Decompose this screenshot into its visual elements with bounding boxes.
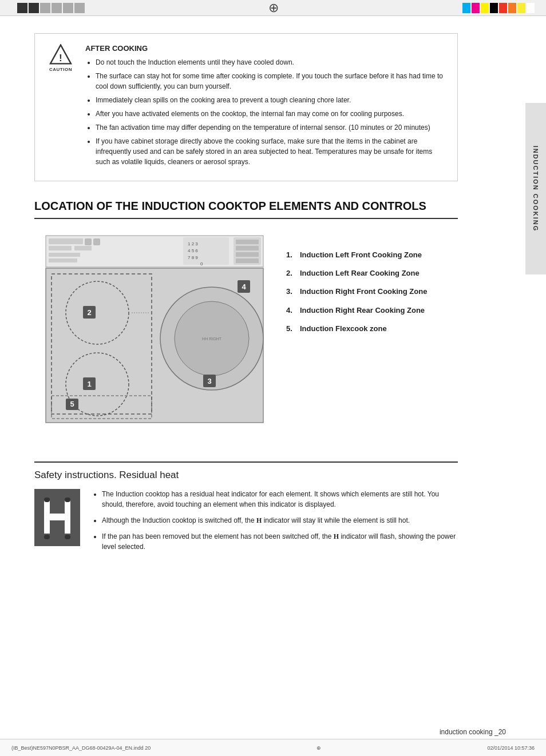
page-number: induction cooking _20 (440, 728, 506, 736)
svg-text:0: 0 (200, 261, 203, 266)
svg-text:3: 3 (207, 377, 211, 385)
svg-rect-18 (236, 252, 259, 257)
svg-rect-3 (49, 238, 83, 244)
svg-text:1: 1 (87, 380, 91, 388)
caution-item-3: Immediately clean spills on the cooking … (96, 95, 446, 105)
caution-box: ! CAUTION AFTER COOKING Do not touch the… (34, 33, 458, 181)
svg-text:HH RIGHT: HH RIGHT (202, 337, 222, 341)
block-1 (17, 3, 27, 13)
caution-item-4: After you have activated elements on the… (96, 109, 446, 119)
color-magenta (472, 3, 480, 13)
color-cyan (462, 3, 470, 13)
color-bright-yellow (517, 3, 525, 13)
zone-item-5: 5. Induction Flexcook zone (286, 324, 458, 334)
zone-item-3: 3. Induction Right Front Cooking Zone (286, 287, 458, 297)
sidebar-label: INDUCTION COOKING (532, 146, 539, 232)
safety-bullets: The Induction cooktop has a residual hea… (92, 489, 458, 558)
safety-title: Safety instructions. Residual heat (34, 469, 458, 481)
svg-rect-5 (74, 246, 92, 250)
diagram-section: 1 2 3 4 5 6 7 8 9 0 2 (34, 233, 458, 441)
caution-title: AFTER COOKING (85, 44, 446, 53)
block-5 (63, 3, 73, 13)
svg-rect-43 (44, 514, 70, 520)
top-bar-center: ⊕ (85, 1, 462, 15)
right-sidebar: INDUCTION COOKING (525, 103, 546, 274)
safety-item-1: The Induction cooktop has a residual hea… (102, 489, 458, 510)
diagram-container: 1 2 3 4 5 6 7 8 9 0 2 (34, 233, 275, 441)
h-indicator-icon (37, 492, 77, 543)
svg-text:1   2   3: 1 2 3 (188, 241, 198, 246)
top-bar-right-colors (462, 3, 535, 13)
zone-item-4: 4. Induction Right Rear Cooking Zone (286, 305, 458, 316)
color-red (499, 3, 507, 13)
svg-rect-44 (44, 498, 50, 502)
svg-rect-4 (49, 246, 72, 250)
block-2 (29, 3, 39, 13)
safety-section: Safety instructions. Residual heat (34, 461, 458, 558)
section-heading: LOCATION OF THE INDUCTION COOKTOP ELEMEN… (34, 198, 458, 219)
caution-list: Do not touch the Induction elements unti… (96, 57, 446, 167)
svg-rect-17 (236, 246, 259, 250)
caution-item-2: The surface can stay hot for some time a… (96, 71, 446, 91)
svg-text:2: 2 (87, 308, 91, 317)
svg-text:7   8   9: 7 8 9 (188, 255, 198, 260)
zone-list: 1. Induction Left Front Cooking Zone 2. … (286, 233, 458, 342)
zone-item-2: 2. Induction Left Rear Cooking Zone (286, 268, 458, 278)
cooktop-diagram: 1 2 3 4 5 6 7 8 9 0 2 (34, 233, 275, 439)
caution-label: CAUTION (49, 67, 72, 72)
svg-text:5: 5 (70, 400, 74, 408)
h-inline-2: H (334, 532, 339, 540)
block-6 (74, 3, 85, 13)
caution-item-1: Do not touch the Induction elements unti… (96, 57, 446, 67)
safety-item-3: If the pan has been removed but the elem… (102, 531, 458, 552)
caution-item-5: The fan activation time may differ depen… (96, 122, 446, 133)
caution-triangle-icon: ! (49, 44, 72, 65)
footer-crosshair: ⊕ (316, 745, 321, 751)
svg-rect-9 (93, 238, 100, 245)
svg-rect-19 (236, 258, 259, 263)
page-number-area: induction cooking _20 (0, 728, 546, 736)
color-orange (508, 3, 516, 13)
block-4 (52, 3, 62, 13)
svg-text:4: 4 (242, 282, 246, 291)
svg-rect-47 (65, 535, 70, 539)
svg-text:!: ! (59, 52, 62, 63)
crosshair-icon: ⊕ (268, 1, 279, 15)
caution-icon-area: ! CAUTION (46, 44, 75, 170)
color-white (527, 3, 535, 13)
zone-item-1: 1. Induction Left Front Cooking Zone (286, 250, 458, 260)
svg-rect-7 (49, 258, 77, 262)
top-bar: ⊕ (0, 0, 546, 16)
svg-rect-6 (49, 253, 80, 257)
color-black (490, 3, 498, 13)
main-content: ! CAUTION AFTER COOKING Do not touch the… (0, 16, 492, 575)
top-bar-left-blocks (17, 3, 85, 13)
svg-rect-46 (44, 535, 50, 539)
svg-rect-8 (85, 238, 92, 245)
footer-right: 02/01/2014 10:57:36 (487, 745, 535, 751)
svg-text:4   5   6: 4 5 6 (188, 248, 198, 253)
bottom-footer: (IB_Best)NE597N0PBSR_AA_DG68-00429A-04_E… (0, 739, 546, 756)
footer-left: (IB_Best)NE597N0PBSR_AA_DG68-00429A-04_E… (11, 745, 151, 751)
svg-rect-45 (65, 498, 70, 502)
safety-item-2: Although the Induction cooktop is switch… (102, 515, 458, 526)
zone-items: 1. Induction Left Front Cooking Zone 2. … (286, 250, 458, 334)
heat-icon-box (34, 489, 80, 546)
safety-list: The Induction cooktop has a residual hea… (102, 489, 458, 552)
color-yellow (481, 3, 489, 13)
h-inline-1: H (256, 516, 262, 524)
block-3 (40, 3, 50, 13)
caution-item-6: If you have cabinet storage directly abo… (96, 136, 446, 167)
caution-content: AFTER COOKING Do not touch the Induction… (85, 44, 446, 170)
safety-content: The Induction cooktop has a residual hea… (34, 489, 458, 558)
svg-rect-16 (236, 240, 259, 244)
